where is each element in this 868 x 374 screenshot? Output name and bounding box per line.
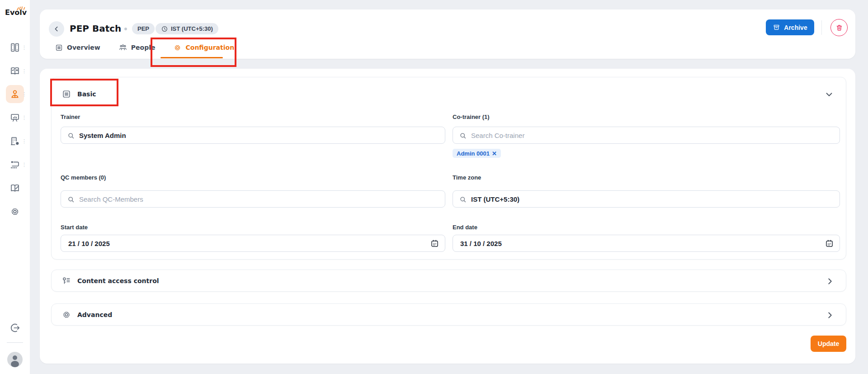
- timezone-label: Time zone: [453, 174, 840, 181]
- qc-members-label: QC members (0): [61, 174, 445, 181]
- sidebar-item-presentations[interactable]: [6, 109, 24, 127]
- document-icon: [61, 89, 71, 99]
- update-button[interactable]: Update: [811, 336, 846, 352]
- chevron-right-icon: [825, 310, 835, 320]
- document-icon: [55, 43, 63, 52]
- end-date-field[interactable]: [453, 235, 840, 252]
- trainer-input[interactable]: [61, 127, 445, 143]
- search-icon: [67, 132, 75, 140]
- basic-section-header[interactable]: Basic: [61, 89, 96, 99]
- logout-icon: [9, 322, 21, 334]
- sidebar-item-settings[interactable]: [6, 203, 24, 221]
- organization-icon: [9, 136, 20, 147]
- search-icon: [459, 195, 467, 204]
- cotrainer-field[interactable]: [453, 127, 840, 144]
- cotrainer-search-input[interactable]: [453, 127, 840, 143]
- trash-icon: [835, 24, 843, 32]
- gear-icon: [61, 310, 71, 320]
- logo-rays-icon: [16, 5, 26, 11]
- key-list-icon: [61, 276, 71, 286]
- header-divider: [821, 20, 822, 35]
- advanced-section-title: Advanced: [77, 311, 112, 318]
- search-icon: [67, 195, 75, 204]
- trainer-field[interactable]: [61, 127, 445, 144]
- presentation-chart-icon: [9, 112, 20, 123]
- page-title: PEP Batch: [70, 23, 121, 34]
- tab-people[interactable]: People: [118, 43, 156, 52]
- advanced-section-header: Advanced: [61, 310, 112, 320]
- active-tab-underline: [160, 57, 223, 58]
- chevron-down-icon: [824, 90, 834, 99]
- section-content-access-control[interactable]: Content access control: [51, 270, 846, 292]
- chevron-right-icon: [825, 276, 835, 286]
- sidebar-item-journeys[interactable]: [6, 156, 24, 174]
- cac-section-header: Content access control: [61, 276, 159, 286]
- route-icon: [9, 159, 20, 170]
- item-menu-dots[interactable]: ⋮: [22, 69, 26, 73]
- page-header-card: PEP Batch PEP IST (UTC+5:30) Archive Ove…: [40, 9, 855, 59]
- logout-button[interactable]: [6, 319, 24, 337]
- cotrainer-label: Co-trainer (1): [453, 114, 840, 120]
- start-date-input[interactable]: [61, 235, 445, 251]
- end-date-label: End date: [453, 224, 840, 231]
- configuration-panel: Basic Trainer Co-trainer (1) Admin 0001 …: [40, 69, 855, 364]
- sidebar-item-assessments[interactable]: [6, 62, 24, 80]
- item-menu-dots[interactable]: ⋮: [22, 115, 26, 120]
- expand-advanced-button[interactable]: [825, 310, 835, 320]
- calendar-icon[interactable]: [825, 239, 834, 248]
- back-button[interactable]: [49, 21, 64, 37]
- item-menu-dots[interactable]: ⋮: [22, 139, 26, 143]
- sidebar: Evolv ⋮ ⋮ ⋮ ⋮ ⋮: [0, 0, 30, 374]
- chevron-left-icon: [53, 25, 60, 33]
- start-date-label: Start date: [61, 224, 445, 231]
- item-menu-dots[interactable]: ⋮: [22, 92, 26, 96]
- settings-icon: [9, 206, 20, 217]
- exam-book-icon: [9, 66, 20, 76]
- sidebar-item-authoring[interactable]: [6, 179, 24, 197]
- timezone-field[interactable]: [453, 190, 840, 208]
- collapse-basic-button[interactable]: [824, 90, 834, 99]
- item-menu-dots[interactable]: ⋮: [22, 162, 26, 167]
- sidebar-divider: [7, 342, 23, 343]
- expand-cac-button[interactable]: [825, 276, 835, 286]
- cotrainer-chip: Admin 0001 ✕: [453, 149, 501, 158]
- dot-separator: [124, 28, 127, 30]
- timezone-badge: IST (UTC+5:30): [156, 23, 218, 34]
- start-date-field[interactable]: [61, 235, 445, 252]
- user-avatar[interactable]: [7, 352, 23, 367]
- person-icon: [9, 89, 20, 99]
- basic-section-title: Basic: [77, 90, 96, 98]
- people-icon: [118, 43, 127, 52]
- delete-button[interactable]: [830, 19, 848, 36]
- avatar-person-icon: [7, 352, 23, 367]
- library-icon: [9, 42, 20, 53]
- sidebar-item-batches-active[interactable]: [6, 85, 24, 103]
- gear-icon: [173, 43, 182, 52]
- book-edit-icon: [9, 183, 20, 194]
- end-date-input[interactable]: [453, 235, 840, 251]
- qc-members-field[interactable]: [61, 190, 445, 208]
- tab-bar: Overview People Configuration: [55, 43, 234, 52]
- archive-button[interactable]: Archive: [766, 19, 814, 35]
- section-advanced[interactable]: Advanced: [51, 303, 846, 326]
- section-basic: Basic Trainer Co-trainer (1) Admin 0001 …: [51, 77, 846, 260]
- sidebar-item-library[interactable]: [6, 38, 24, 57]
- cac-section-title: Content access control: [77, 277, 159, 284]
- archive-box-icon: [773, 24, 780, 31]
- batch-type-badge: PEP: [132, 23, 155, 34]
- tab-overview[interactable]: Overview: [55, 43, 100, 52]
- search-icon: [459, 132, 467, 140]
- timezone-input[interactable]: [453, 191, 840, 207]
- trainer-label: Trainer: [61, 114, 445, 120]
- item-menu-dots[interactable]: ⋮: [22, 45, 26, 50]
- clock-icon: [161, 25, 168, 33]
- calendar-icon[interactable]: [430, 239, 439, 248]
- tab-configuration[interactable]: Configuration: [173, 43, 234, 52]
- sidebar-item-organization[interactable]: [6, 132, 24, 150]
- qc-members-search-input[interactable]: [61, 191, 445, 207]
- chip-remove-icon[interactable]: ✕: [492, 150, 497, 157]
- app-logo[interactable]: Evolv: [5, 8, 27, 21]
